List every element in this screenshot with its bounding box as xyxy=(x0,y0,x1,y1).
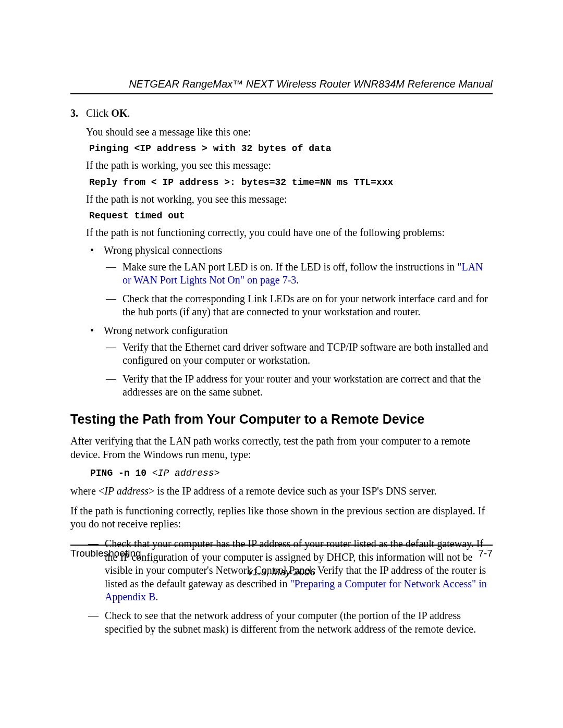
problems-intro: If the path is not functioning correctly… xyxy=(86,226,493,240)
header-title: NETGEAR RangeMax™ NEXT Wireless Router W… xyxy=(70,78,493,90)
footer-version: v1.3, May 2006 xyxy=(70,566,493,578)
step-number: 3. xyxy=(70,107,86,120)
step-indent: You should see a message like this one: … xyxy=(86,126,493,399)
footer-row: Troubleshooting 7-7 xyxy=(70,548,493,559)
cmd-text: PING -n 10 xyxy=(90,468,152,478)
cmd-arg: <IP address> xyxy=(152,468,220,478)
step-click-pre: Click xyxy=(86,107,111,119)
list-item: Make sure the LAN port LED is on. If the… xyxy=(104,261,493,287)
page: NETGEAR RangeMax™ NEXT Wireless Router W… xyxy=(0,0,563,728)
list-item: Check to see that the network address of… xyxy=(86,609,493,636)
ping-output: Pinging <IP address > with 32 bytes of d… xyxy=(86,143,493,155)
problems-list: Wrong physical connections Make sure the… xyxy=(86,244,493,399)
bullet-title: Wrong physical connections xyxy=(104,244,222,256)
list-item: Verify that the Ethernet card driver sof… xyxy=(104,341,493,367)
dash-text: Check that the corresponding Link LEDs a… xyxy=(123,293,488,318)
notworking-intro: If the path is not working, you see this… xyxy=(86,193,493,206)
sub-list: Verify that the Ethernet card driver sof… xyxy=(104,341,493,399)
section-p3: If the path is functioning correctly, re… xyxy=(70,504,493,531)
step-click-bold: OK xyxy=(111,107,127,119)
step-body: Click OK. xyxy=(86,107,493,120)
msg-intro: You should see a message like this one: xyxy=(86,126,493,139)
list-item: Wrong physical connections Make sure the… xyxy=(86,244,493,319)
dash-text-post: . xyxy=(155,591,158,602)
dash-text: Verify that the Ethernet card driver sof… xyxy=(123,341,488,366)
sub-list: Make sure the LAN port LED is on. If the… xyxy=(104,261,493,319)
working-intro: If the path is working, you see this mes… xyxy=(86,159,493,172)
section-p2: where <IP address> is the IP address of … xyxy=(70,485,493,498)
footer-section-name: Troubleshooting xyxy=(70,548,141,559)
dash-text: Check to see that the network address of… xyxy=(105,610,476,635)
reply-output: Reply from < IP address >: bytes=32 time… xyxy=(86,177,493,189)
list-item: Verify that the IP address for your rout… xyxy=(104,373,493,399)
header-rule xyxy=(70,93,493,94)
p2-ital: IP address xyxy=(104,485,149,497)
step-3: 3. Click OK. xyxy=(70,107,493,120)
dash-text: Verify that the IP address for your rout… xyxy=(123,373,481,398)
timeout-output: Request timed out xyxy=(86,210,493,222)
dash-text-pre: Make sure the LAN port LED is on. If the… xyxy=(123,261,457,273)
p2-pre: where < xyxy=(70,485,104,497)
section-p1: After verifying that the LAN path works … xyxy=(70,435,493,461)
list-item: Wrong network configuration Verify that … xyxy=(86,324,493,399)
ping-command: PING -n 10 <IP address> xyxy=(70,467,493,479)
list-item: Check that the corresponding Link LEDs a… xyxy=(104,292,493,319)
page-footer: Troubleshooting 7-7 v1.3, May 2006 xyxy=(70,545,493,578)
footer-page-number: 7-7 xyxy=(479,548,493,559)
p2-post: > is the IP address of a remote device s… xyxy=(149,485,436,497)
bullet-title: Wrong network configuration xyxy=(104,325,228,336)
dash-text-post: . xyxy=(296,274,299,286)
footer-rule xyxy=(70,545,493,546)
section-heading: Testing the Path from Your Computer to a… xyxy=(70,411,493,427)
step-click-post: . xyxy=(127,107,130,119)
